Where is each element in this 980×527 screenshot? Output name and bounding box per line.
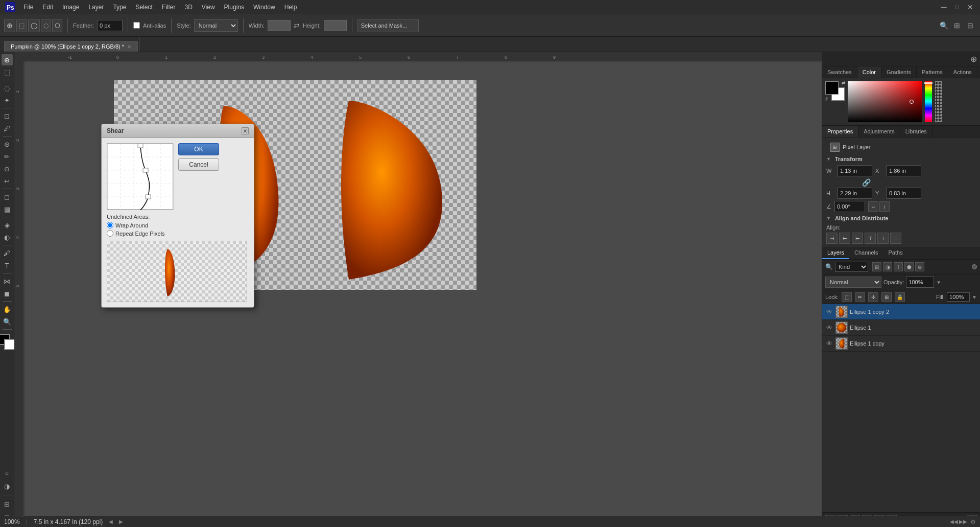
tool-text[interactable]: T: [2, 260, 13, 271]
tool-frame[interactable]: ⊞: [2, 498, 13, 510]
tool-crop[interactable]: ⊡: [2, 110, 13, 122]
tool-shape[interactable]: ◼: [2, 288, 13, 299]
background-color[interactable]: [4, 339, 15, 350]
arrange-icon[interactable]: ⊟: [965, 20, 976, 31]
status-nav-next[interactable]: ▶: [119, 519, 123, 524]
filter-adjust-btn[interactable]: ◑: [883, 262, 892, 271]
align-bottom-btn[interactable]: ⊥: [890, 233, 901, 244]
blend-mode-select[interactable]: Normal: [825, 277, 881, 288]
tool-history-brush[interactable]: ↩: [2, 175, 13, 187]
panel-collapse-icon[interactable]: ⊕: [970, 54, 977, 64]
swap-icon[interactable]: ⇄: [294, 21, 300, 30]
status-arrows[interactable]: ◀◀ ▶▶: [950, 519, 967, 524]
link-wh-icon[interactable]: 🔗: [862, 178, 871, 187]
tool-quickmask[interactable]: ◑: [2, 480, 13, 492]
lock-position-btn[interactable]: ✛: [868, 292, 878, 302]
menu-plugins[interactable]: Plugins: [220, 2, 248, 13]
menu-type[interactable]: Type: [109, 2, 130, 13]
style-select[interactable]: Normal Fixed Ratio Fixed Size: [194, 19, 238, 32]
menu-layer[interactable]: Layer: [84, 2, 108, 13]
menu-filter[interactable]: Filter: [158, 2, 180, 13]
toolbar-selection-lasso[interactable]: ◌: [41, 19, 51, 32]
shear-grid[interactable]: [107, 143, 173, 210]
layer-item-ellipse-copy2[interactable]: 👁 Ellipse 1 copy 2: [822, 304, 980, 320]
tool-dodge[interactable]: ◐: [2, 232, 13, 243]
filter-active-indicator[interactable]: [972, 264, 977, 269]
width-input[interactable]: [268, 20, 291, 31]
wrap-around-radio[interactable]: [107, 222, 113, 228]
align-center-h-btn[interactable]: ⊢: [839, 233, 850, 244]
menu-file[interactable]: File: [19, 2, 37, 13]
document-tab[interactable]: Pumpkin @ 100% (Ellipse 1 copy 2, RGB/8)…: [4, 41, 138, 52]
shear-point-mid[interactable]: [143, 168, 148, 172]
align-center-v-btn[interactable]: ⊥: [877, 233, 889, 244]
w-input[interactable]: [838, 165, 872, 176]
tool-lasso[interactable]: ◌: [2, 82, 13, 94]
flip-v-btn[interactable]: ↕: [879, 201, 890, 212]
tool-path-select[interactable]: ⋈: [2, 276, 13, 287]
toolbar-selection-ellipse[interactable]: ◯: [28, 19, 40, 32]
layer-eye-copy2[interactable]: 👁: [825, 308, 833, 316]
layer-eye-copy[interactable]: 👁: [825, 339, 833, 348]
layers-tab-paths[interactable]: Paths: [883, 247, 908, 259]
menu-select[interactable]: Select: [131, 2, 156, 13]
align-left-btn[interactable]: ⊣: [826, 233, 838, 244]
tool-rect-select[interactable]: ⬚: [2, 66, 13, 78]
align-top-btn[interactable]: ⊤: [865, 233, 876, 244]
tool-magic-wand[interactable]: ✦: [2, 95, 13, 106]
opacity-input[interactable]: [906, 277, 934, 288]
menu-image[interactable]: Image: [58, 2, 83, 13]
tool-clone[interactable]: ⊙: [2, 163, 13, 174]
color-hue-bar[interactable]: [925, 81, 932, 122]
repeat-edge-radio[interactable]: [107, 230, 113, 237]
y-input[interactable]: [887, 188, 921, 199]
shear-point-bot[interactable]: [146, 195, 151, 199]
menu-edit[interactable]: Edit: [38, 2, 57, 13]
tool-blur[interactable]: ◈: [2, 219, 13, 231]
tool-brush[interactable]: ✏: [2, 151, 13, 162]
layer-eye-ellipse1[interactable]: 👁: [825, 324, 833, 332]
h-input[interactable]: [838, 188, 872, 199]
layer-item-ellipse1[interactable]: 👁 Ellipse 1: [822, 320, 980, 336]
tab-patterns[interactable]: Patterns: [917, 66, 948, 78]
tool-hand[interactable]: ✋: [2, 304, 13, 315]
foreground-swatch[interactable]: [825, 81, 839, 95]
tool-pen[interactable]: 🖋: [2, 247, 13, 259]
ok-button[interactable]: OK: [178, 143, 219, 155]
tab-actions[interactable]: Actions: [948, 66, 977, 78]
tab-adjustments[interactable]: Adjustments: [858, 126, 900, 137]
tool-gradient[interactable]: ▦: [2, 203, 13, 215]
wrap-around-option[interactable]: Wrap Around: [107, 222, 249, 228]
lock-artboards-btn[interactable]: ⊞: [881, 292, 892, 302]
minimize-btn[interactable]: ─: [938, 2, 949, 13]
feather-input[interactable]: [97, 20, 123, 31]
menu-view[interactable]: View: [198, 2, 219, 13]
toolbar-move-tool[interactable]: ⊕: [4, 19, 15, 32]
toolbar-selection-rect[interactable]: ⬚: [16, 19, 27, 32]
filter-shape-btn[interactable]: ⬟: [904, 262, 914, 271]
repeat-edge-option[interactable]: Repeat Edge Pixels: [107, 230, 249, 237]
lock-transparency-btn[interactable]: ⬚: [842, 292, 852, 302]
maximize-btn[interactable]: □: [951, 2, 963, 13]
tool-mode-standard[interactable]: ○: [2, 467, 13, 478]
lock-all-btn[interactable]: 🔒: [895, 292, 905, 302]
lock-pixels-btn[interactable]: ✏: [855, 292, 865, 302]
menu-3d[interactable]: 3D: [180, 2, 196, 13]
layers-kind-select[interactable]: Kind: [835, 262, 868, 272]
filter-type-btn[interactable]: T: [894, 262, 903, 271]
filter-pixel-btn[interactable]: ⊞: [872, 262, 881, 271]
status-nav-prev[interactable]: ◀: [109, 519, 113, 524]
tab-gradients[interactable]: Gradients: [881, 66, 917, 78]
align-right-btn[interactable]: ⊢: [852, 233, 863, 244]
tool-eyedropper[interactable]: 🖊: [2, 123, 13, 134]
reset-colors-icon[interactable]: ↺: [824, 97, 828, 102]
dialog-close-btn[interactable]: ✕: [242, 127, 249, 134]
swap-colors-icon[interactable]: ⇄: [842, 80, 846, 85]
layers-tab-layers[interactable]: Layers: [822, 247, 849, 259]
layers-tab-channels[interactable]: Channels: [849, 247, 883, 259]
shear-point-top[interactable]: [138, 144, 143, 148]
fill-input[interactable]: [947, 292, 970, 302]
opacity-arrow[interactable]: ▼: [936, 280, 941, 285]
x-input[interactable]: [887, 165, 921, 176]
angle-input[interactable]: [834, 201, 865, 212]
